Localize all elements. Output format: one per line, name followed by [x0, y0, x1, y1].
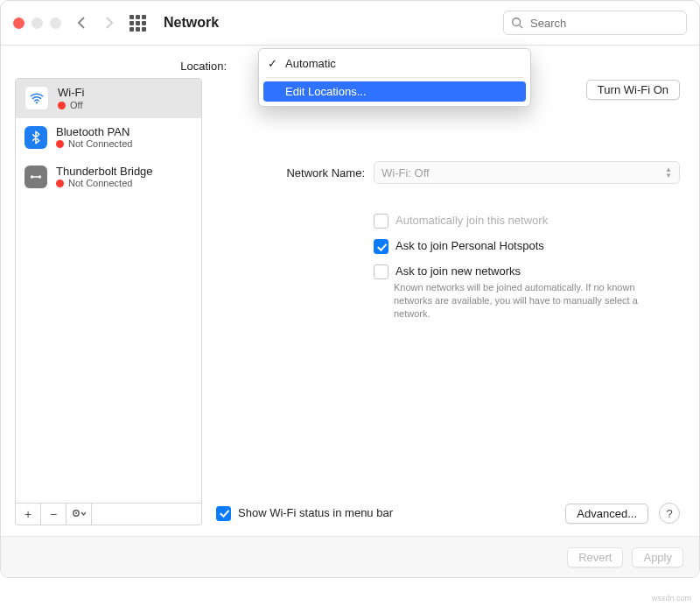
location-option-automatic[interactable]: ✓ Automatic — [259, 53, 530, 74]
sidebar-item-bluetooth-pan[interactable]: Bluetooth PAN Not Connected — [16, 118, 201, 158]
checkbox-label: Show Wi-Fi status in menu bar — [238, 506, 393, 519]
dropdown-separator — [266, 77, 523, 78]
new-networks-hint: Known networks will be joined automatica… — [394, 281, 656, 321]
page-title: Network — [164, 15, 219, 31]
new-networks-checkbox[interactable]: Ask to join new networks — [374, 264, 680, 279]
chevron-left-icon — [76, 17, 87, 29]
checkbox-icon — [374, 264, 388, 279]
add-interface-button[interactable]: + — [16, 504, 41, 525]
sidebar-footer: + − — [16, 503, 201, 525]
svg-point-3 — [31, 175, 33, 178]
sidebar-item-status: Not Connected — [68, 178, 132, 189]
sidebar-item-status: Not Connected — [68, 138, 132, 150]
bottom-row: Show Wi-Fi status in menu bar Advanced..… — [211, 503, 685, 524]
checkmark-icon: ✓ — [268, 57, 277, 70]
checkbox-icon — [374, 214, 388, 229]
help-button[interactable]: ? — [659, 503, 680, 524]
forward-button[interactable] — [102, 15, 117, 31]
show-in-menubar-checkbox[interactable]: Show Wi-Fi status in menu bar — [216, 506, 393, 521]
network-name-label: Network Name: — [216, 166, 365, 180]
sidebar-item-label: Thunderbolt Bridge — [56, 165, 153, 179]
titlebar: Network — [1, 1, 699, 46]
wifi-icon — [24, 86, 49, 110]
interfaces-sidebar: Wi-Fi Off Bluetooth PAN Not Connected — [15, 78, 202, 525]
gear-dropdown-icon — [72, 508, 86, 520]
checkbox-label: Automatically join this network — [396, 214, 548, 227]
svg-point-6 — [75, 512, 77, 514]
window-body: Location: Wi-Fi Off — [1, 46, 699, 577]
sidebar-item-label: Wi-Fi — [58, 86, 84, 100]
checkbox-label: Ask to join Personal Hotspots — [396, 239, 544, 252]
search-icon — [511, 17, 523, 29]
remove-interface-button[interactable]: − — [41, 504, 66, 525]
show-all-button[interactable] — [130, 15, 146, 32]
apply-button[interactable]: Apply — [632, 547, 683, 567]
more-actions-button[interactable] — [66, 504, 92, 525]
sidebar-item-status: Off — [70, 100, 82, 111]
close-window-icon[interactable] — [13, 18, 24, 29]
location-dropdown: ✓ Automatic Edit Locations... — [258, 48, 531, 107]
back-button[interactable] — [74, 15, 89, 31]
network-name-row: Network Name: Wi-Fi: Off ▲▼ — [216, 161, 680, 184]
options-group: Automatically join this network Ask to j… — [374, 214, 680, 321]
zoom-window-icon[interactable] — [50, 18, 61, 29]
checkbox-icon — [374, 239, 388, 254]
bluetooth-icon — [24, 126, 47, 149]
svg-point-4 — [38, 175, 41, 178]
sidebar-item-label: Bluetooth PAN — [56, 125, 132, 139]
updown-icon: ▲▼ — [665, 166, 672, 179]
svg-point-0 — [513, 18, 521, 26]
dropdown-item-label: Automatic — [285, 57, 336, 70]
hotspots-checkbox[interactable]: Ask to join Personal Hotspots — [374, 239, 680, 254]
svg-point-2 — [36, 102, 38, 104]
search-input[interactable] — [528, 16, 679, 31]
auto-join-checkbox[interactable]: Automatically join this network — [374, 214, 680, 229]
thunderbolt-icon — [24, 166, 47, 188]
checkbox-icon — [216, 506, 231, 521]
content-area: Wi-Fi Off Bluetooth PAN Not Connected — [1, 78, 699, 536]
minimize-window-icon[interactable] — [32, 18, 43, 29]
sidebar-item-thunderbolt-bridge[interactable]: Thunderbolt Bridge Not Connected — [16, 158, 201, 197]
dropdown-item-label: Edit Locations... — [285, 85, 367, 98]
status-dot-icon — [56, 180, 64, 187]
location-option-edit[interactable]: Edit Locations... — [263, 81, 526, 102]
sidebar-item-wifi[interactable]: Wi-Fi Off — [16, 79, 201, 118]
network-name-popup[interactable]: Wi-Fi: Off ▲▼ — [374, 161, 680, 184]
search-field[interactable] — [503, 11, 687, 35]
svg-line-1 — [520, 25, 523, 29]
window-controls — [13, 18, 61, 29]
chevron-right-icon — [104, 17, 115, 29]
turn-wifi-on-button[interactable]: Turn Wi-Fi On — [586, 80, 680, 100]
location-label: Location: — [1, 60, 227, 73]
checkbox-label: Ask to join new networks — [396, 264, 521, 278]
status-dot-icon — [56, 140, 64, 148]
status-dot-icon — [58, 102, 66, 109]
network-name-value: Wi-Fi: Off — [382, 166, 430, 180]
preferences-window: Network Location: Wi-Fi Off — [0, 0, 700, 578]
revert-button[interactable]: Revert — [567, 547, 623, 567]
interface-list: Wi-Fi Off Bluetooth PAN Not Connected — [16, 79, 201, 503]
dialog-footer: Revert Apply — [1, 536, 699, 577]
main-panel: ✓ Automatic Edit Locations... Status: Of… — [211, 78, 685, 525]
advanced-button[interactable]: Advanced... — [565, 504, 648, 524]
